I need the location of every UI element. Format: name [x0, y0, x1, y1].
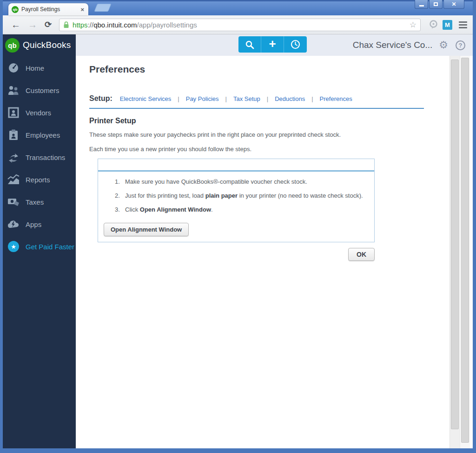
main-content: Preferences Setup: Electronic Services |…: [76, 56, 450, 448]
setup-label: Setup:: [89, 94, 112, 103]
setup-link-preferences[interactable]: Preferences: [320, 95, 352, 102]
content-scrollbar[interactable]: [450, 56, 460, 448]
sidebar-item-label: Home: [26, 64, 44, 72]
printer-steps-panel: 1. Make sure you have QuickBooks®-compat…: [98, 159, 375, 242]
minimize-button[interactable]: [415, 0, 428, 9]
company-name: Chax Service's Co...: [353, 40, 433, 50]
sidebar-nav: Home Customers Vendors: [3, 57, 76, 258]
ok-button[interactable]: OK: [348, 248, 375, 261]
url-scheme: https: [73, 21, 88, 29]
search-button[interactable]: [238, 36, 261, 53]
setup-link-tax-setup[interactable]: Tax Setup: [233, 95, 260, 102]
back-icon[interactable]: ←: [7, 20, 24, 30]
bookmark-star-icon[interactable]: ☆: [410, 20, 416, 30]
section-divider: [89, 108, 424, 109]
search-icon: [245, 40, 254, 49]
url-separator: ://: [88, 21, 94, 29]
step-text: Click Open Alignment Window.: [125, 206, 213, 213]
page-scrollbar-thumb[interactable]: [461, 58, 469, 443]
recent-transactions-button[interactable]: [284, 36, 307, 53]
taxes-money-icon: [7, 196, 20, 207]
quickbooks-logo-icon: qb: [5, 38, 20, 53]
sidebar-item-label: Reports: [26, 176, 50, 184]
customers-people-icon: [7, 85, 20, 96]
url-text[interactable]: https://qbo.intuit.com/app/payrollsettin…: [73, 21, 406, 29]
sidebar-item-label: Vendors: [26, 109, 51, 117]
sidebar-item-label: Apps: [26, 220, 41, 228]
quickbooks-logo[interactable]: qb QuickBooks: [3, 34, 76, 56]
sidebar-item-employees[interactable]: Employees: [3, 124, 76, 146]
chrome-menu-icon[interactable]: [458, 20, 468, 29]
sidebar-item-apps[interactable]: Apps: [3, 213, 76, 235]
app-header: + Chax Service's Co... ⚙ ?: [76, 34, 473, 56]
panel-header-strip: [98, 159, 374, 172]
printer-setup-title: Printer Setup: [89, 117, 450, 125]
forward-icon[interactable]: →: [24, 20, 41, 30]
voice-extension-icon[interactable]: [429, 20, 438, 29]
sidebar-item-reports[interactable]: Reports: [3, 168, 76, 191]
right-pane: + Chax Service's Co... ⚙ ? Preferences S…: [76, 34, 473, 448]
quickbooks-favicon-icon: qb: [12, 6, 19, 13]
sidebar-item-label: Transactions: [26, 153, 65, 161]
apps-cloud-icon: [7, 219, 20, 230]
create-button[interactable]: +: [261, 36, 284, 53]
window-controls: ✕: [414, 0, 464, 9]
url-domain: qbo.intuit.com: [93, 21, 137, 29]
sidebar-item-get-paid-faster[interactable]: ★ Get Paid Faster: [3, 235, 76, 258]
open-alignment-window-button[interactable]: Open Alignment Window: [104, 223, 189, 236]
sidebar-item-vendors[interactable]: Vendors: [3, 101, 76, 124]
sidebar-item-label: Taxes: [26, 198, 44, 206]
mail-extension-icon[interactable]: M: [443, 20, 452, 30]
gear-icon[interactable]: ⚙: [439, 40, 448, 50]
url-path: /app/payrollsettings: [137, 21, 197, 29]
setup-link-electronic-services[interactable]: Electronic Services: [120, 95, 172, 102]
steps-list: 1. Make sure you have QuickBooks®-compat…: [98, 172, 374, 221]
sidebar-item-customers[interactable]: Customers: [3, 79, 76, 101]
sidebar-item-label: Get Paid Faster: [26, 243, 74, 251]
content-scrollbar-thumb[interactable]: [451, 60, 459, 429]
new-tab-button[interactable]: [94, 4, 112, 12]
reload-icon[interactable]: ⟳: [41, 20, 55, 30]
step-text: Make sure you have QuickBooks®-compatibl…: [125, 178, 307, 185]
maximize-icon: [434, 2, 438, 6]
separator: |: [311, 95, 313, 102]
reports-chart-icon: [7, 174, 20, 185]
close-icon: ✕: [451, 1, 456, 7]
step-item: 2. Just for this printing test, load pla…: [115, 192, 370, 199]
sidebar-item-transactions[interactable]: Transactions: [3, 146, 76, 168]
home-gauge-icon: [7, 62, 20, 73]
sidebar-item-home[interactable]: Home: [3, 57, 76, 79]
step-number: 1.: [115, 178, 125, 185]
page-scrollbar[interactable]: [460, 56, 470, 448]
transactions-arrows-icon: [7, 152, 20, 163]
clock-icon: [291, 40, 300, 49]
help-icon[interactable]: ?: [456, 40, 465, 50]
browser-tab[interactable]: qb Payroll Settings ×: [8, 3, 88, 15]
setup-link-pay-policies[interactable]: Pay Policies: [186, 95, 219, 102]
close-button[interactable]: ✕: [443, 0, 464, 9]
setup-link-deductions[interactable]: Deductions: [275, 95, 305, 102]
maximize-button[interactable]: [429, 0, 443, 9]
edge-strip: [470, 56, 473, 448]
ok-button-row: OK: [89, 248, 375, 261]
page-title: Preferences: [89, 64, 450, 75]
step-number: 2.: [115, 192, 125, 199]
sidebar-item-label: Employees: [26, 131, 60, 139]
browser-titlebar: qb Payroll Settings × ✕: [3, 0, 473, 15]
separator: |: [178, 95, 179, 102]
address-bar[interactable]: https://qbo.intuit.com/app/payrollsettin…: [59, 19, 421, 31]
printer-setup-intro-2: Each time you use a new printer you shou…: [89, 146, 450, 153]
ssl-lock-icon: [63, 21, 69, 28]
sidebar-item-taxes[interactable]: Taxes: [3, 191, 76, 213]
plus-icon: +: [269, 38, 276, 50]
content-row: Preferences Setup: Electronic Services |…: [76, 56, 473, 448]
tab-close-icon[interactable]: ×: [79, 6, 85, 13]
tab-title: Payroll Settings: [21, 6, 79, 13]
step-number: 3.: [115, 206, 125, 213]
sidebar-item-label: Customers: [26, 87, 60, 94]
printer-setup-intro-1: These steps make sure your paychecks pri…: [89, 131, 450, 138]
get-paid-faster-star-icon: ★: [7, 241, 20, 252]
separator: |: [267, 95, 268, 102]
quickbooks-app: qb QuickBooks Home Customers: [3, 34, 473, 448]
panel-button-row: Open Alignment Window: [98, 221, 374, 242]
